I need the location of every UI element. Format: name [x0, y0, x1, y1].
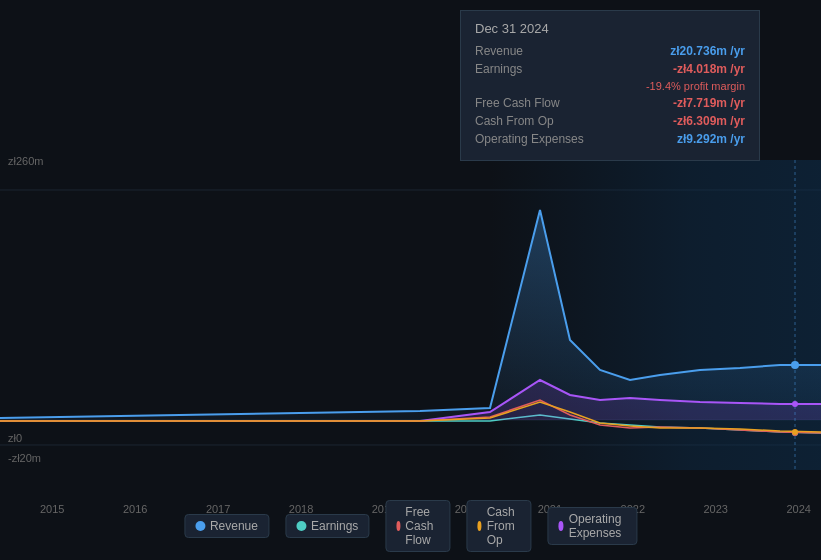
x-label-2015: 2015: [40, 503, 64, 515]
tooltip-earnings-row: Earnings -zł4.018m /yr: [475, 62, 745, 76]
tooltip-fcf-row: Free Cash Flow -zł7.719m /yr: [475, 96, 745, 110]
tooltip-fcf-value: -zł7.719m /yr: [673, 96, 745, 110]
tooltip-profit-margin: -19.4% profit margin: [646, 80, 745, 92]
tooltip-revenue-value: zł20.736m /yr: [670, 44, 745, 58]
cfo-dot: [477, 521, 481, 531]
legend-cash-from-op[interactable]: Cash From Op: [466, 500, 531, 552]
legend-operating-expenses[interactable]: Operating Expenses: [547, 507, 637, 545]
chart-container: Dec 31 2024 Revenue zł20.736m /yr Earnin…: [0, 0, 821, 560]
tooltip-revenue-row: Revenue zł20.736m /yr: [475, 44, 745, 58]
tooltip-cfo-row: Cash From Op -zł6.309m /yr: [475, 114, 745, 128]
tooltip-cfo-label: Cash From Op: [475, 114, 595, 128]
revenue-dot: [195, 521, 205, 531]
tooltip-fcf-label: Free Cash Flow: [475, 96, 595, 110]
tooltip-opex-row: Operating Expenses zł9.292m /yr: [475, 132, 745, 146]
svg-point-9: [792, 401, 798, 407]
earnings-label: Earnings: [311, 519, 358, 533]
tooltip-revenue-label: Revenue: [475, 44, 595, 58]
tooltip-opex-label: Operating Expenses: [475, 132, 595, 146]
tooltip: Dec 31 2024 Revenue zł20.736m /yr Earnin…: [460, 10, 760, 161]
revenue-label: Revenue: [210, 519, 258, 533]
tooltip-earnings-label: Earnings: [475, 62, 595, 76]
tooltip-date: Dec 31 2024: [475, 21, 745, 36]
chart-svg: [0, 160, 821, 470]
legend-free-cash-flow[interactable]: Free Cash Flow: [385, 500, 450, 552]
x-label-2023: 2023: [704, 503, 728, 515]
tooltip-profit-margin-row: -19.4% profit margin: [475, 80, 745, 92]
tooltip-earnings-value: -zł4.018m /yr: [673, 62, 745, 76]
legend-earnings[interactable]: Earnings: [285, 514, 369, 538]
opex-label: Operating Expenses: [569, 512, 626, 540]
fcf-dot: [396, 521, 400, 531]
earnings-dot: [296, 521, 306, 531]
opex-dot: [558, 521, 563, 531]
tooltip-cfo-value: -zł6.309m /yr: [673, 114, 745, 128]
tooltip-opex-value: zł9.292m /yr: [677, 132, 745, 146]
x-label-2024: 2024: [786, 503, 810, 515]
fcf-label: Free Cash Flow: [405, 505, 439, 547]
legend-revenue[interactable]: Revenue: [184, 514, 269, 538]
svg-point-8: [792, 429, 798, 435]
cfo-label: Cash From Op: [487, 505, 521, 547]
svg-point-5: [791, 361, 799, 369]
x-label-2016: 2016: [123, 503, 147, 515]
legend: Revenue Earnings Free Cash Flow Cash Fro…: [184, 500, 637, 552]
